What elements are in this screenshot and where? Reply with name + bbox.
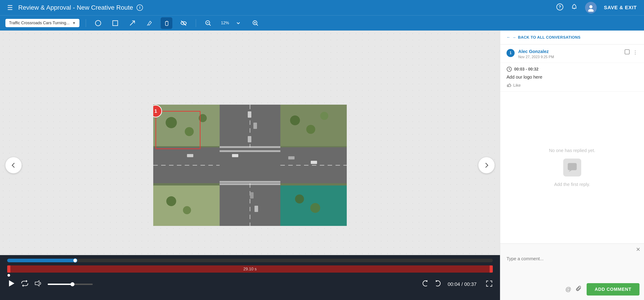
progress-bar[interactable]: [7, 259, 493, 262]
conv-left: 1 Alec Gonzalez Nov 27, 2023 9:25 PM: [506, 49, 554, 59]
controls-row: 00:04 / 00:37: [0, 276, 500, 293]
thumbs-up-icon: [506, 83, 512, 88]
notification-icon[interactable]: [571, 3, 578, 12]
svg-line-15: [209, 24, 210, 26]
info-icon[interactable]: i: [136, 4, 143, 11]
chevron-down-icon: ▼: [72, 21, 76, 25]
step-forward-button[interactable]: [434, 279, 442, 289]
svg-rect-57: [625, 50, 629, 54]
layer-name: Traffic Crossroads Cars Turning...: [9, 21, 70, 25]
play-button[interactable]: [7, 279, 15, 289]
conversation-header: 1 Alec Gonzalez Nov 27, 2023 9:25 PM ⋮: [500, 44, 644, 63]
zoom-value: 12%: [220, 21, 231, 25]
fullscreen-button[interactable]: [486, 280, 493, 289]
layer-dropdown[interactable]: Traffic Crossroads Cars Turning... ▼: [6, 19, 80, 27]
comment-footer: @ ADD COMMENT: [500, 281, 644, 300]
help-icon[interactable]: ?: [556, 3, 564, 12]
circle-tool-button[interactable]: [92, 17, 104, 29]
page-title: Review & Approval - New Creative Route: [18, 4, 133, 11]
range-thumb-right[interactable]: [490, 265, 493, 273]
svg-point-42: [166, 196, 176, 206]
hamburger-menu[interactable]: ☰: [7, 4, 13, 11]
svg-rect-7: [113, 21, 118, 26]
no-reply-text: No one has replied yet.: [549, 148, 596, 153]
hand-tool-button[interactable]: [161, 17, 172, 29]
comment-badge: 1: [506, 49, 514, 57]
range-thumb-left-dot: [8, 274, 10, 277]
comment-more-button[interactable]: ⋮: [633, 50, 638, 55]
svg-rect-48: [248, 136, 251, 142]
loop-button[interactable]: [21, 279, 29, 289]
zoom-area: 12%: [220, 17, 244, 29]
close-comment-button[interactable]: ✕: [636, 246, 640, 253]
svg-rect-49: [232, 154, 238, 157]
svg-point-45: [310, 203, 320, 213]
side-panel: ← ← BACK TO ALL CONVERSATIONS 1 Alec Gon…: [500, 30, 644, 300]
toolbar: Traffic Crossroads Cars Turning... ▼: [0, 15, 644, 30]
back-to-conversations-button[interactable]: ← ← BACK TO ALL CONVERSATIONS: [500, 30, 644, 44]
svg-rect-51: [254, 206, 258, 212]
nav-title: Review & Approval - New Creative Route i: [18, 4, 556, 11]
next-asset-button[interactable]: [478, 157, 494, 173]
svg-rect-32: [220, 149, 280, 150]
add-comment-button[interactable]: ADD COMMENT: [586, 283, 640, 296]
hide-annotations-button[interactable]: [178, 17, 190, 29]
canvas-area: 1 29.10 s: [0, 30, 500, 300]
svg-rect-23: [153, 185, 221, 226]
avatar[interactable]: [585, 2, 597, 13]
volume-slider[interactable]: [48, 284, 93, 285]
svg-rect-35: [220, 183, 280, 185]
video-content: 1: [153, 105, 347, 226]
svg-line-60: [509, 69, 510, 70]
svg-text:?: ?: [558, 5, 561, 9]
toolbar-separator-2: [196, 19, 196, 27]
volume-button[interactable]: [34, 279, 42, 289]
svg-marker-56: [35, 281, 39, 286]
range-thumb-left[interactable]: [7, 265, 10, 273]
svg-line-9: [147, 25, 148, 26]
svg-point-41: [320, 112, 328, 120]
svg-point-5: [588, 9, 594, 12]
svg-line-19: [256, 24, 258, 26]
like-button[interactable]: Like: [506, 83, 638, 88]
comment-textarea[interactable]: [500, 253, 644, 280]
comment-date: Nov 27, 2023 9:25 PM: [518, 55, 554, 59]
like-label: Like: [513, 83, 521, 88]
svg-point-40: [306, 125, 315, 134]
svg-point-43: [183, 206, 191, 214]
svg-rect-26: [153, 147, 347, 183]
video-svg: [153, 105, 347, 226]
arrow-tool-button[interactable]: [126, 17, 138, 29]
svg-rect-33: [220, 150, 280, 152]
zoom-out-button[interactable]: [202, 17, 214, 29]
comment-checkbox-button[interactable]: [624, 49, 630, 56]
chat-bubble-icon: [563, 158, 581, 176]
svg-rect-53: [288, 156, 294, 159]
rewind-button[interactable]: [421, 279, 429, 289]
svg-rect-54: [311, 161, 317, 164]
progress-fill: [7, 259, 75, 262]
clock-icon: [506, 66, 512, 72]
zoom-dropdown-button[interactable]: [232, 17, 244, 29]
top-nav: ☰ Review & Approval - New Creative Route…: [0, 0, 644, 15]
range-label: 29.10 s: [243, 267, 256, 272]
save-exit-button[interactable]: SAVE & EXIT: [604, 5, 637, 10]
comment-message: Add our logo here: [506, 75, 638, 80]
timecode: 00:04 / 00:37: [448, 281, 476, 287]
svg-point-44: [295, 194, 304, 203]
svg-rect-50: [250, 192, 254, 198]
rectangle-tool-button[interactable]: [109, 17, 121, 29]
svg-marker-55: [9, 280, 14, 287]
progress-thumb[interactable]: [73, 258, 78, 263]
svg-point-38: [199, 114, 207, 122]
comment-author: Alec Gonzalez: [518, 49, 554, 54]
comment-close-row: ✕: [500, 244, 644, 253]
attachment-icon[interactable]: [576, 286, 582, 293]
pen-tool-button[interactable]: [144, 17, 155, 29]
zoom-in-button[interactable]: [250, 17, 261, 29]
range-bar[interactable]: 29.10 s: [7, 265, 493, 273]
mention-icon[interactable]: @: [565, 286, 571, 293]
timeline-area: 29.10 s: [0, 255, 500, 300]
svg-marker-63: [568, 170, 572, 172]
prev-asset-button[interactable]: [6, 157, 22, 173]
